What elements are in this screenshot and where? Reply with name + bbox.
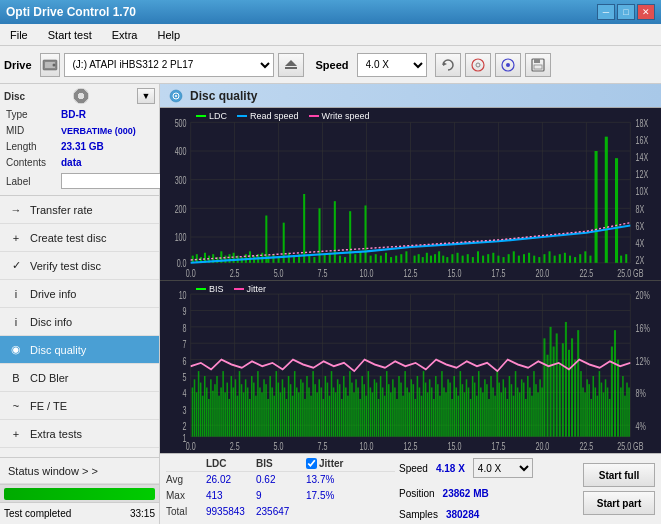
svg-rect-271 [343,376,345,437]
content-area: Disc quality LDC Read speed [160,84,661,524]
speed-label: Speed [316,59,349,71]
svg-text:0.0: 0.0 [186,268,196,280]
nav-cd-bler[interactable]: B CD Bler [0,364,159,392]
nav-verify-test-disc-label: Verify test disc [30,260,101,272]
start-part-button[interactable]: Start part [583,491,655,515]
nav-create-test-disc-label: Create test disc [30,232,106,244]
svg-rect-136 [554,256,556,263]
start-full-button[interactable]: Start full [583,463,655,487]
nav-transfer-rate[interactable]: → Transfer rate [0,196,159,224]
svg-rect-228 [255,396,257,437]
svg-rect-332 [468,387,470,436]
svg-text:16X: 16X [635,135,648,147]
maximize-button[interactable]: □ [617,4,635,20]
refresh-button[interactable] [435,53,461,77]
svg-rect-214 [226,383,228,437]
svg-rect-117 [457,253,459,263]
svg-rect-364 [533,371,535,437]
eject-button[interactable] [278,53,304,77]
svg-rect-120 [472,257,474,263]
status-window-button[interactable]: Status window > > [0,458,159,484]
speed-select[interactable]: 4.0 X [357,53,427,77]
disc-contents-row: Contents data [4,155,155,171]
svg-text:200: 200 [175,203,187,215]
svg-text:20.0: 20.0 [535,268,549,280]
svg-rect-300 [402,396,404,437]
chart2-container: BIS Jitter [160,281,661,453]
svg-rect-206 [210,379,212,436]
minimize-button[interactable]: ─ [597,4,615,20]
status-bar-sidebar: Status window > > Test completed 33:15 [0,457,159,524]
nav-disc-info[interactable]: i Disc info [0,308,159,336]
nav-disc-info-label: Disc info [30,316,72,328]
svg-rect-309 [421,396,423,437]
disc-open-button[interactable]: ▼ [137,88,155,104]
svg-rect-287 [376,383,378,437]
svg-text:8: 8 [183,321,187,334]
nav-disc-quality[interactable]: ◉ Disc quality [0,336,159,364]
jitter-checkbox[interactable] [306,458,317,469]
svg-rect-381 [580,371,582,437]
svg-rect-11 [534,59,540,63]
svg-text:5.0: 5.0 [274,439,284,452]
stats-table: LDC BIS Jitter Avg 26.02 0.62 13.7% Max [166,458,395,520]
svg-rect-348 [500,392,502,436]
svg-rect-263 [327,383,329,437]
nav-create-test-disc[interactable]: + Create test disc [0,224,159,252]
svg-rect-314 [431,387,433,436]
svg-rect-328 [460,371,462,437]
menu-extra[interactable]: Extra [106,27,144,43]
menu-help[interactable]: Help [151,27,186,43]
svg-rect-358 [521,379,523,436]
save-button[interactable] [525,53,551,77]
sidebar-progress-bar [4,488,155,500]
svg-rect-375 [562,343,564,436]
svg-rect-245 [290,384,292,436]
drive-select[interactable]: (J:) ATAPI iHBS312 2 PL17 [64,53,274,77]
svg-rect-288 [378,399,380,437]
menu-bar: File Start test Extra Help [0,24,661,46]
menu-start-test[interactable]: Start test [42,27,98,43]
svg-rect-243 [286,399,288,437]
svg-rect-282 [366,396,368,437]
extra-tests-icon: + [8,426,24,442]
disc-button[interactable] [465,53,491,77]
nav-extra-tests[interactable]: + Extra tests [0,420,159,448]
svg-rect-119 [467,254,469,263]
svg-rect-137 [559,254,561,263]
svg-rect-333 [470,399,472,437]
disc-header: Disc ▼ [4,88,155,104]
svg-rect-295 [392,379,394,436]
svg-rect-306 [415,399,417,437]
svg-text:7: 7 [183,337,187,350]
svg-rect-134 [543,254,545,263]
svg-rect-80 [303,194,305,263]
svg-rect-103 [390,257,392,263]
close-button[interactable]: ✕ [637,4,655,20]
svg-rect-386 [590,399,592,437]
svg-rect-388 [595,387,597,436]
svg-rect-329 [462,384,464,436]
svg-point-7 [476,63,480,67]
svg-rect-303 [408,392,410,436]
burn-button[interactable] [495,53,521,77]
svg-rect-100 [375,254,377,263]
svg-rect-104 [395,256,397,263]
svg-rect-272 [345,387,347,436]
svg-rect-284 [370,387,372,436]
svg-rect-147 [620,256,622,263]
svg-rect-301 [404,371,406,437]
svg-text:12.5: 12.5 [404,439,418,452]
menu-file[interactable]: File [4,27,34,43]
nav-drive-info[interactable]: i Drive info [0,280,159,308]
position-row: Position 23862 MB [399,488,579,499]
svg-rect-393 [605,379,607,436]
speed-select-stats[interactable]: 4.0 X [473,458,533,478]
svg-text:2X: 2X [635,255,644,267]
nav-fe-te[interactable]: ~ FE / TE [0,392,159,420]
disc-info-icon: i [8,314,24,330]
svg-rect-337 [478,371,480,437]
svg-text:15.0: 15.0 [448,439,462,452]
svg-rect-290 [382,387,384,436]
nav-verify-test-disc[interactable]: ✓ Verify test disc [0,252,159,280]
